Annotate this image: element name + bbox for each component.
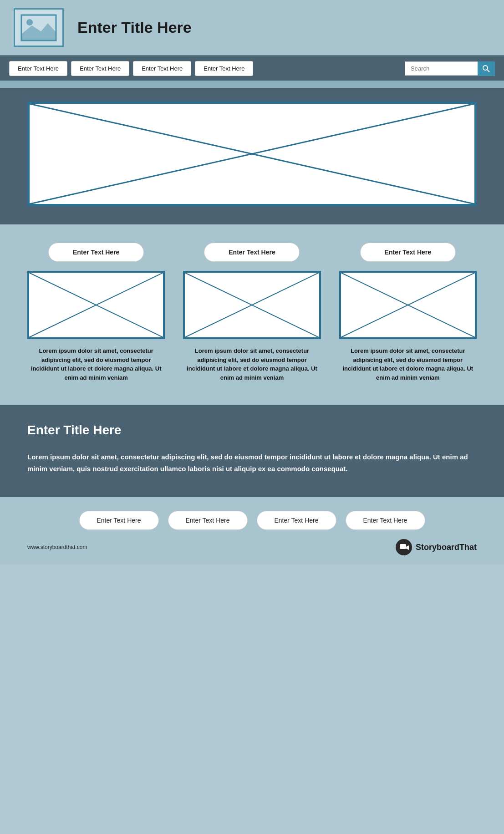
card-1-text: Lorem ipsum dolor sit amet, consectetur … xyxy=(27,346,165,382)
search-button[interactable] xyxy=(478,61,495,76)
page-title: Enter Title Here xyxy=(77,19,192,36)
footer-bottom: www.storyboardthat.com StoryboardThat xyxy=(27,539,477,555)
nav-divider xyxy=(0,81,504,88)
info-section: Enter Title Here Lorem ipsum dolor sit a… xyxy=(0,405,504,497)
info-title: Enter Title Here xyxy=(27,423,477,437)
svg-point-1 xyxy=(26,19,33,25)
card-3-text: Lorem ipsum dolor sit amet, consectetur … xyxy=(339,346,477,382)
hero-placeholder-svg xyxy=(30,104,474,204)
hero-section xyxy=(0,88,504,224)
info-text: Lorem ipsum dolor sit amet, consectetur … xyxy=(27,451,477,474)
card-2-image xyxy=(183,271,321,339)
svg-marker-21 xyxy=(406,545,409,550)
hero-image xyxy=(27,102,477,206)
header: Enter Title Here xyxy=(0,0,504,56)
brand-name: StoryboardThat xyxy=(416,543,477,552)
search-icon xyxy=(482,65,490,73)
card-3-image xyxy=(339,271,477,339)
brand-icon xyxy=(396,539,412,555)
card-1-button[interactable]: Enter Text Here xyxy=(48,243,144,262)
svg-rect-20 xyxy=(400,544,406,549)
footer-btn-4[interactable]: Enter Text Here xyxy=(346,511,425,530)
card-2-placeholder-svg xyxy=(185,273,319,337)
footer-btn-1[interactable]: Enter Text Here xyxy=(79,511,159,530)
card-1-image xyxy=(27,271,165,339)
logo-icon xyxy=(20,14,57,41)
search-input[interactable] xyxy=(405,61,478,76)
navbar: Enter Text Here Enter Text Here Enter Te… xyxy=(0,56,504,81)
card-2-text: Lorem ipsum dolor sit amet, consectetur … xyxy=(183,346,321,382)
footer-btn-2[interactable]: Enter Text Here xyxy=(168,511,248,530)
card-3-button[interactable]: Enter Text Here xyxy=(360,243,456,262)
nav-item-4[interactable]: Enter Text Here xyxy=(195,61,253,76)
card-3: Enter Text Here Lorem ipsum dolor sit am… xyxy=(339,243,477,382)
card-2-button[interactable]: Enter Text Here xyxy=(204,243,300,262)
nav-item-3[interactable]: Enter Text Here xyxy=(133,61,191,76)
footer-url: www.storyboardthat.com xyxy=(27,544,87,550)
card-1-placeholder-svg xyxy=(29,273,163,337)
brand-logo-icon xyxy=(399,542,409,552)
svg-line-3 xyxy=(487,70,489,72)
footer: Enter Text Here Enter Text Here Enter Te… xyxy=(0,497,504,564)
card-1: Enter Text Here Lorem ipsum dolor sit am… xyxy=(27,243,165,382)
cards-section: Enter Text Here Lorem ipsum dolor sit am… xyxy=(0,224,504,405)
logo xyxy=(14,8,64,47)
cards-row: Enter Text Here Lorem ipsum dolor sit am… xyxy=(27,243,477,382)
nav-item-1[interactable]: Enter Text Here xyxy=(9,61,67,76)
card-2: Enter Text Here Lorem ipsum dolor sit am… xyxy=(183,243,321,382)
search-container xyxy=(405,61,495,76)
card-3-placeholder-svg xyxy=(341,273,475,337)
nav-item-2[interactable]: Enter Text Here xyxy=(71,61,129,76)
footer-btn-3[interactable]: Enter Text Here xyxy=(257,511,336,530)
footer-buttons: Enter Text Here Enter Text Here Enter Te… xyxy=(27,511,477,530)
svg-point-2 xyxy=(483,66,488,70)
brand: StoryboardThat xyxy=(396,539,477,555)
